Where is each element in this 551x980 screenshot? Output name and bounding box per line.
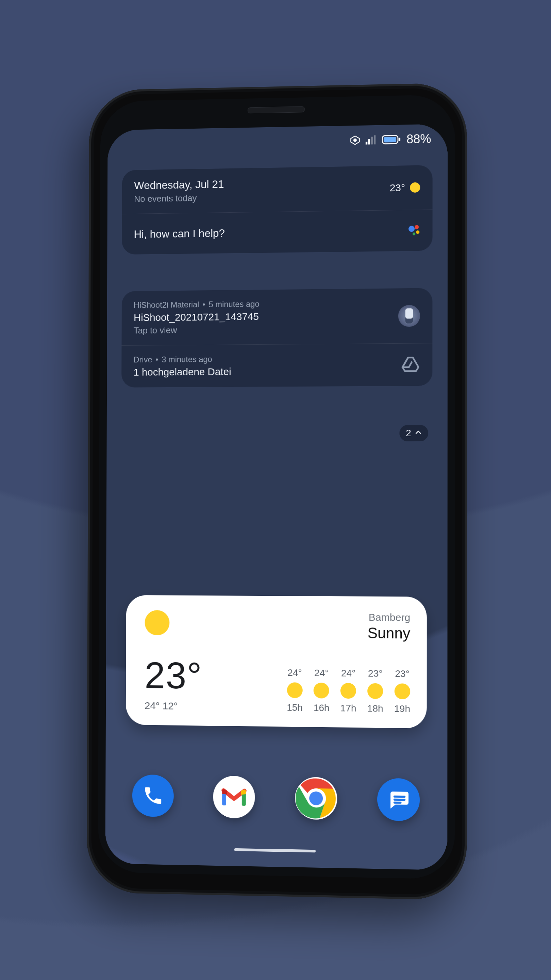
weather-temp: 23°: [144, 653, 287, 698]
sun-icon: [287, 682, 303, 698]
glance-temp: 23°: [389, 182, 405, 194]
svg-rect-14: [394, 795, 405, 798]
notification-overflow-pill[interactable]: 2: [400, 425, 428, 442]
assistant-prompt: Hi, how can I help?: [134, 224, 400, 240]
glance-card[interactable]: Wednesday, Jul 21 No events today 23°: [122, 165, 433, 214]
weather-forecast: 24° 15h 24° 16h 24° 17h 23° 18h: [287, 655, 410, 714]
assistant-icon: [407, 224, 420, 237]
phone-app[interactable]: [132, 775, 174, 817]
chevron-up-icon: [414, 428, 422, 439]
forecast-item: 24° 17h: [340, 668, 356, 714]
notification-meta: Drive•3 minutes ago: [134, 353, 394, 364]
svg-rect-3: [368, 139, 370, 145]
weather-high-low: 24° 12°: [144, 700, 287, 713]
sun-icon: [314, 682, 329, 698]
weather-high: 24°: [144, 700, 160, 711]
forecast-temp: 24°: [314, 668, 329, 679]
forecast-hour: 19h: [394, 703, 410, 714]
forecast-temp: 24°: [341, 668, 356, 679]
sun-icon: [394, 683, 410, 699]
forecast-item: 24° 16h: [314, 668, 330, 714]
notification-drive[interactable]: Drive•3 minutes ago 1 hochgeladene Datei: [121, 343, 432, 388]
notification-meta: HiShoot2i Material•5 minutes ago: [134, 298, 392, 310]
forecast-hour: 16h: [314, 702, 330, 714]
svg-rect-8: [384, 137, 396, 143]
weather-condition: Sunny: [287, 624, 410, 642]
svg-rect-7: [399, 138, 400, 141]
earpiece-speaker: [248, 106, 305, 113]
glance-events: No events today: [134, 190, 383, 205]
messages-app[interactable]: [377, 778, 420, 821]
notification-stack-bottom: HiShoot2i Material•5 minutes ago HiShoot…: [121, 288, 432, 387]
overflow-count: 2: [406, 428, 411, 439]
glance-date: Wednesday, Jul 21: [134, 176, 383, 192]
sun-icon: [410, 182, 420, 193]
forecast-item: 24° 15h: [287, 667, 303, 713]
forecast-item: 23° 18h: [367, 668, 383, 714]
forecast-item: 23° 19h: [394, 668, 410, 714]
drive-icon: [401, 355, 420, 375]
assistant-card[interactable]: Hi, how can I help?: [122, 210, 432, 255]
notification-title: HiShoot_20210721_143745: [134, 310, 392, 324]
notification-subtitle: Tap to view: [134, 323, 392, 336]
weather-low: 12°: [163, 700, 178, 711]
notification-age: 3 minutes ago: [162, 355, 212, 364]
sun-icon: [340, 683, 356, 699]
forecast-temp: 24°: [287, 667, 302, 679]
screen: 88% Wednesday, Jul 21 No events today 23…: [105, 124, 448, 870]
forecast-hour: 17h: [340, 703, 356, 714]
notification-stack-top: Wednesday, Jul 21 No events today 23° Hi…: [122, 165, 432, 255]
chrome-app[interactable]: [295, 777, 337, 820]
app-dock: [132, 775, 420, 821]
sun-icon: [144, 610, 169, 635]
forecast-temp: 23°: [395, 668, 410, 679]
notification-thumbnail: [398, 305, 420, 327]
svg-point-1: [353, 138, 357, 142]
forecast-temp: 23°: [368, 668, 383, 679]
device-mockup: 88% Wednesday, Jul 21 No events today 23…: [86, 83, 467, 900]
svg-rect-15: [394, 799, 405, 801]
sun-icon: [367, 683, 383, 699]
svg-rect-2: [366, 142, 367, 145]
weather-city: Bamberg: [287, 611, 411, 624]
signal-icon: [366, 135, 376, 145]
dnd-icon: [350, 135, 360, 145]
forecast-hour: 18h: [367, 703, 383, 714]
battery-percent: 88%: [407, 132, 431, 146]
status-bar: 88%: [350, 132, 431, 147]
notification-age: 5 minutes ago: [209, 299, 259, 309]
weather-widget[interactable]: Bamberg Sunny 23° 24° 12° 24° 15h 24°: [126, 595, 427, 729]
battery-icon: [382, 134, 401, 145]
notification-hishoot[interactable]: HiShoot2i Material•5 minutes ago HiShoot…: [121, 288, 432, 346]
notification-title: 1 hochgeladene Datei: [133, 365, 394, 378]
svg-rect-5: [374, 135, 375, 145]
forecast-hour: 15h: [287, 702, 303, 713]
notification-app: HiShoot2i Material: [134, 300, 199, 310]
svg-rect-16: [394, 802, 402, 804]
gmail-app[interactable]: [213, 775, 255, 818]
svg-rect-4: [371, 137, 373, 145]
notification-app: Drive: [134, 355, 152, 364]
